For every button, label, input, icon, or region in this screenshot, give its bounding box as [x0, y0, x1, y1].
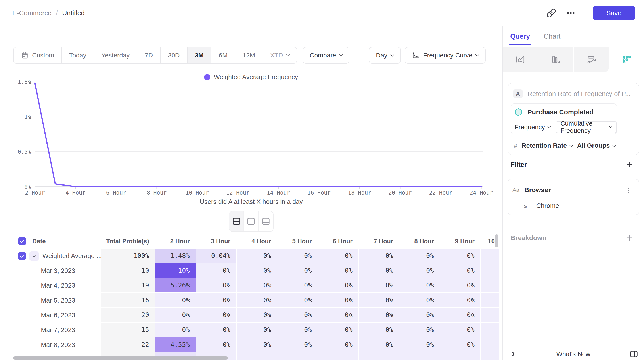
value-cell[interactable]: 0% [399, 338, 440, 352]
value-cell[interactable]: 0% [318, 308, 358, 323]
value-cell[interactable]: 0% [318, 248, 358, 263]
value-cell[interactable]: 5.26% [155, 278, 196, 293]
select-all-checkbox[interactable] [18, 237, 26, 245]
value-cell[interactable]: 0% [277, 323, 318, 338]
value-cell[interactable]: 0% [277, 308, 318, 323]
value-cell[interactable]: 0% [358, 323, 399, 338]
column-header-7-hour[interactable]: 7 Hour [358, 234, 399, 248]
range-3m[interactable]: 3M [188, 47, 212, 63]
breadcrumb-project[interactable]: E-Commerce [12, 9, 52, 17]
value-cell[interactable]: 0% [399, 278, 440, 293]
range-custom[interactable]: Custom [14, 47, 62, 63]
value-cell[interactable]: 0% [358, 248, 399, 263]
collapse-sidebar-button[interactable] [507, 348, 518, 360]
value-cell[interactable]: 0% [196, 293, 236, 308]
value-cell[interactable]: 0% [277, 263, 318, 278]
filter-value[interactable]: Chrome [536, 202, 559, 210]
value-cell[interactable]: 10% [155, 263, 196, 278]
value-cell[interactable]: 0% [196, 263, 236, 278]
column-header-total-profile-s-[interactable]: Total Profile(s) [100, 234, 155, 248]
copy-link-button[interactable] [546, 7, 557, 19]
table-vertical-scrollbar[interactable] [495, 234, 498, 247]
tab-retention[interactable] [609, 47, 644, 72]
chart-type-dropdown[interactable]: Frequency Curve [405, 47, 486, 64]
filter-operator[interactable]: Is [522, 202, 527, 210]
range-30d[interactable]: 30D [160, 47, 187, 63]
column-header-2-hour[interactable]: 2 Hour [155, 234, 196, 248]
value-cell[interactable]: 0% [440, 263, 480, 278]
value-cell[interactable]: 0% [440, 248, 480, 263]
value-cell[interactable]: 0% [358, 338, 399, 352]
add-breakdown-button[interactable] [625, 233, 634, 243]
value-cell[interactable]: 0% [399, 293, 440, 308]
value-cell[interactable]: 0% [236, 263, 277, 278]
tab-query[interactable]: Query [510, 32, 530, 40]
frequency-dropdown[interactable]: Frequency [514, 124, 551, 131]
event-selector[interactable]: Purchase Completed [514, 108, 593, 116]
column-header-3-hour[interactable]: 3 Hour [196, 234, 236, 248]
value-cell[interactable]: 0% [155, 323, 196, 338]
value-cell[interactable]: 0% [440, 308, 480, 323]
column-header-8-hour[interactable]: 8 Hour [399, 234, 440, 248]
value-cell[interactable]: 0% [277, 293, 318, 308]
column-header-date[interactable]: Date [13, 234, 100, 248]
frequency-type-dropdown[interactable]: Cumulative Frequency [556, 121, 617, 133]
value-cell[interactable]: 0% [318, 323, 358, 338]
table-horizontal-scrollbar[interactable] [13, 356, 228, 360]
expand-row-button[interactable] [29, 251, 39, 261]
value-cell[interactable]: 0% [236, 323, 277, 338]
value-cell[interactable]: 0% [236, 308, 277, 323]
tab-chart[interactable]: Chart [544, 32, 560, 40]
save-button[interactable]: Save [593, 6, 635, 20]
value-cell[interactable]: 0% [440, 278, 480, 293]
range-12m[interactable]: 12M [235, 47, 263, 63]
value-cell[interactable]: 0% [318, 263, 358, 278]
value-cell[interactable]: 0% [155, 293, 196, 308]
value-cell[interactable]: 0% [236, 278, 277, 293]
value-cell[interactable]: 0% [358, 293, 399, 308]
value-cell[interactable]: 0% [440, 323, 480, 338]
column-header-4-hour[interactable]: 4 Hour [236, 234, 277, 248]
column-header-9-hour[interactable]: 9 Hour [440, 234, 480, 248]
value-cell[interactable]: 0% [196, 323, 236, 338]
range-yesterday[interactable]: Yesterday [94, 47, 137, 63]
more-options-button[interactable] [565, 7, 576, 19]
report-title[interactable]: Untitled [62, 9, 85, 17]
add-filter-button[interactable] [625, 160, 634, 170]
tab-flows[interactable] [574, 47, 609, 72]
value-cell[interactable]: 0% [440, 293, 480, 308]
layout-panel-button[interactable] [628, 348, 640, 360]
value-cell[interactable]: 0% [358, 308, 399, 323]
range-7d[interactable]: 7D [137, 47, 160, 63]
value-cell[interactable]: 0% [318, 293, 358, 308]
value-cell[interactable]: 0% [236, 338, 277, 352]
value-cell[interactable]: 0% [358, 278, 399, 293]
value-cell[interactable]: 0% [399, 308, 440, 323]
range-today[interactable]: Today [62, 47, 94, 63]
query-step-title[interactable]: Retention Rate of Frequency of P... [528, 90, 630, 98]
value-cell[interactable]: 0% [277, 338, 318, 352]
filter-menu-button[interactable] [624, 186, 633, 196]
compare-button[interactable]: Compare [303, 47, 350, 64]
value-cell[interactable]: 1.48% [155, 248, 196, 263]
view-toggle-chart-only[interactable] [244, 212, 258, 231]
groups-dropdown[interactable]: All Groups [577, 142, 616, 149]
tab-insights[interactable] [503, 47, 538, 72]
value-cell[interactable]: 0% [440, 338, 480, 352]
column-header-5-hour[interactable]: 5 Hour [277, 234, 318, 248]
column-header-6-hour[interactable]: 6 Hour [318, 234, 358, 248]
whats-new-link[interactable]: What's New [556, 350, 590, 358]
value-cell[interactable]: 0% [318, 338, 358, 352]
value-cell[interactable]: 0% [399, 248, 440, 263]
value-cell[interactable]: 0% [277, 248, 318, 263]
row-checkbox[interactable] [18, 252, 26, 260]
value-cell[interactable]: 0% [155, 308, 196, 323]
granularity-dropdown[interactable]: Day [369, 47, 401, 64]
value-cell[interactable]: 0% [196, 338, 236, 352]
filter-property[interactable]: Aa Browser [512, 186, 551, 194]
value-cell[interactable]: 0% [196, 308, 236, 323]
value-cell[interactable]: 0% [236, 248, 277, 263]
value-cell[interactable]: 0% [277, 278, 318, 293]
value-cell[interactable]: 0% [399, 263, 440, 278]
value-cell[interactable]: 0% [399, 323, 440, 338]
